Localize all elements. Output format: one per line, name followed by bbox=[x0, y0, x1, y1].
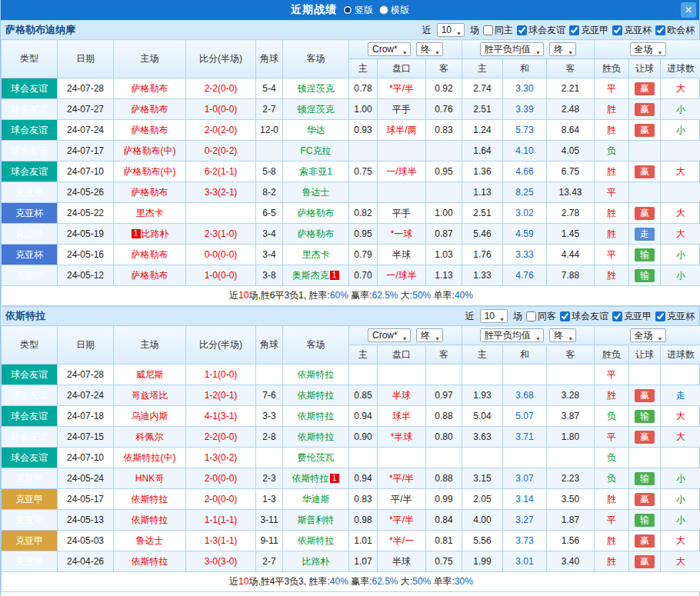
filter-checkbox-2[interactable]: 克亚甲 bbox=[569, 24, 608, 37]
match-row: 球会友谊24-07-28威尼斯1-1(0-0)依斯特拉平 bbox=[2, 365, 700, 385]
avg-home-odds: 4.00 bbox=[462, 510, 503, 531]
matches-table: 类型 日期 主场 比分(半场) 角球 客场 Crow* 终 胜平负均值 终 bbox=[1, 325, 700, 592]
avg-select[interactable]: 胜平负均值 bbox=[480, 42, 544, 56]
away-team-cell: 依斯特拉 bbox=[283, 385, 349, 406]
filter-checkbox-3[interactable]: 克亚杯 bbox=[655, 310, 695, 323]
handicap-result-cell: 走 bbox=[629, 224, 661, 245]
avg-draw-odds: 3.07 bbox=[503, 468, 547, 489]
sub-col-goals: 进球数 bbox=[661, 59, 700, 78]
odds-final-select[interactable]: 终 bbox=[416, 328, 443, 342]
handicap-line: 平手 bbox=[378, 99, 426, 120]
handicap-result-chip: 赢 bbox=[635, 534, 655, 548]
home-team-cell: 1比路朴 bbox=[114, 224, 186, 245]
filter-checkbox-4[interactable]: 欧会杯 bbox=[655, 24, 695, 37]
sub-col-avg-home: 主 bbox=[462, 59, 503, 78]
bookmaker-select[interactable]: Crow* bbox=[368, 328, 411, 342]
vertical-layout-radio[interactable] bbox=[343, 5, 352, 15]
corners-cell: 2-8 bbox=[256, 427, 283, 448]
bookmaker-select[interactable]: Crow* bbox=[368, 42, 411, 56]
summary-text: 10 bbox=[238, 290, 248, 301]
horizontal-layout-radio[interactable] bbox=[379, 5, 388, 15]
checkbox-label: 克亚杯 bbox=[667, 310, 695, 323]
avg-home-odds: 2.51 bbox=[462, 99, 503, 120]
home-team-cell: 鲁达士 bbox=[114, 531, 186, 551]
home-team-cell: 哥兹塔比 bbox=[114, 385, 186, 406]
col-corner: 角球 bbox=[256, 40, 283, 78]
checkbox-input[interactable] bbox=[612, 311, 622, 321]
avg-final-select[interactable]: 终 bbox=[549, 42, 576, 56]
handicap-line: 一/球半 bbox=[378, 161, 426, 182]
away-team-cell: 华达 bbox=[283, 120, 349, 141]
filter-checkbox-0[interactable]: 同主 bbox=[483, 24, 513, 37]
match-row: 球会友谊24-07-24哥兹塔比1-2(0-1)7-6依斯特拉0.85半球0.9… bbox=[2, 385, 700, 406]
panel-title: 近期战绩 bbox=[291, 3, 337, 17]
match-count-select[interactable]: 10 bbox=[480, 309, 508, 323]
away-team-cell: 顿涅茨克 bbox=[283, 99, 349, 120]
sub-col-odds-home: 主 bbox=[349, 345, 378, 365]
sub-col-odds-away: 客 bbox=[426, 59, 462, 78]
filter-checkbox-2[interactable]: 克亚甲 bbox=[612, 310, 652, 323]
away-team-name: 依斯特拉 bbox=[298, 535, 335, 546]
scope-select[interactable]: 全场 bbox=[630, 42, 666, 56]
scope-group-header: 全场 bbox=[595, 326, 700, 345]
filter-checkbox-1[interactable]: 球会友谊 bbox=[517, 24, 565, 37]
layout-option-vertical[interactable]: 竖版 bbox=[343, 4, 373, 17]
score-cell: 1-0(0-0) bbox=[186, 99, 256, 120]
score-cell: 1-1(1-1) bbox=[186, 510, 256, 531]
checkbox-input[interactable] bbox=[517, 25, 527, 35]
score-cell: 2-2(0-0) bbox=[186, 78, 256, 99]
score-cell: 0-0(0-0) bbox=[186, 245, 256, 265]
result-cell: 胜 bbox=[595, 489, 629, 510]
handicap-odds-away: 1.03 bbox=[426, 245, 462, 265]
filter-checkbox-3[interactable]: 克亚杯 bbox=[612, 24, 652, 37]
score-cell: 2-0(2-0) bbox=[186, 120, 256, 141]
odds-final-select[interactable]: 终 bbox=[416, 42, 443, 56]
checkbox-input[interactable] bbox=[655, 25, 665, 35]
summary-text: 场,胜4平3负3, 胜率: bbox=[248, 576, 329, 587]
checkbox-input[interactable] bbox=[483, 25, 493, 35]
result-cell: 胜 bbox=[595, 265, 629, 286]
match-count-select[interactable]: 10 bbox=[437, 23, 465, 37]
team-name: 依斯特拉 bbox=[5, 309, 45, 323]
summary-text: 10 bbox=[238, 576, 248, 587]
goals-cell: 大 bbox=[661, 531, 700, 551]
summary-text: 近 bbox=[229, 290, 238, 301]
checkbox-input[interactable] bbox=[655, 311, 665, 321]
handicap-result-chip: 赢 bbox=[635, 82, 655, 95]
handicap-result-chip: 输 bbox=[635, 410, 655, 423]
match-row: 克亚甲24-05-03鲁达士1-3(1-1)9-11依斯特拉1.01*半/一0.… bbox=[2, 531, 700, 551]
corners-cell: 6-5 bbox=[256, 203, 283, 224]
handicap-odds-away: 0.76 bbox=[426, 99, 462, 120]
goals-cell: 大 bbox=[661, 78, 700, 99]
match-type-badge: 克亚甲 bbox=[2, 182, 58, 203]
rank-badge: 1 bbox=[132, 229, 141, 238]
avg-select[interactable]: 胜平负均值 bbox=[480, 328, 544, 342]
checkbox-input[interactable] bbox=[612, 25, 622, 35]
sub-col-odds-home: 主 bbox=[349, 59, 378, 78]
goals-cell: 小 bbox=[661, 265, 700, 286]
filter-checkbox-1[interactable]: 球会友谊 bbox=[560, 310, 608, 323]
checkbox-input[interactable] bbox=[560, 311, 570, 321]
goals-cell: 大 bbox=[661, 551, 700, 572]
away-team-cell: 华迪斯 bbox=[283, 489, 349, 510]
home-team-name: 萨格勒布(中) bbox=[124, 145, 176, 156]
col-type: 类型 bbox=[2, 326, 58, 365]
col-type: 类型 bbox=[2, 40, 58, 78]
close-icon[interactable]: ✕ bbox=[681, 2, 696, 18]
away-team-name: 依斯特拉 bbox=[298, 369, 335, 380]
match-type-badge: 球会友谊 bbox=[2, 406, 58, 427]
avg-home-odds: 5.46 bbox=[462, 224, 503, 245]
summary-text: 40% bbox=[330, 576, 348, 587]
away-team-name: 依斯特拉 bbox=[298, 411, 335, 421]
checkbox-input[interactable] bbox=[569, 25, 579, 35]
score-cell: 6-2(1-1) bbox=[186, 161, 256, 182]
avg-final-select[interactable]: 终 bbox=[549, 328, 576, 342]
filter-checkbox-0[interactable]: 同客 bbox=[526, 310, 556, 323]
layout-option-horizontal[interactable]: 横版 bbox=[379, 4, 409, 17]
checkbox-input[interactable] bbox=[526, 311, 536, 321]
match-type-badge: 球会友谊 bbox=[2, 78, 58, 99]
away-team-name: 比路朴 bbox=[302, 556, 330, 567]
col-away: 客场 bbox=[283, 326, 349, 365]
match-date: 24-07-10 bbox=[58, 448, 114, 468]
scope-select[interactable]: 全场 bbox=[630, 328, 666, 342]
